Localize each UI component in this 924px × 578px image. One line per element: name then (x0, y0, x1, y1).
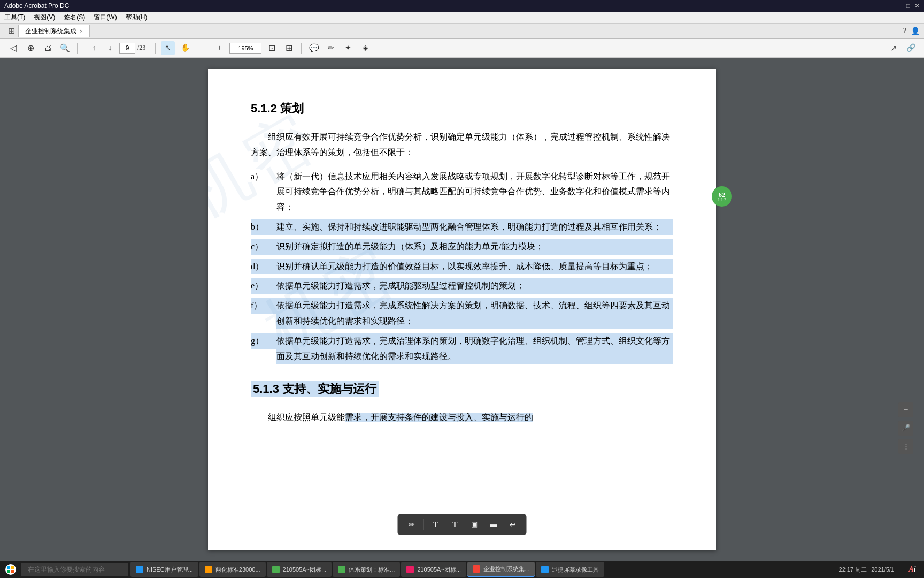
menu-tools[interactable]: 工具(T) (4, 13, 25, 22)
zoom-in-button[interactable]: + (212, 41, 226, 55)
print-button[interactable]: 🖨 (41, 41, 55, 55)
tab-document[interactable]: 企业控制系统集成 × (18, 25, 90, 37)
minus-float-icon[interactable]: − (898, 402, 913, 417)
home-tool-button[interactable]: ⊕ (24, 41, 37, 55)
pdf-content: 5.1.2 策划 组织应有效开展可持续竞争合作优势分析，识别确定单元级能力（体系… (251, 101, 673, 425)
list-item-c: c） 识别并确定拟打造的单元级能力（体系）及相应的能力单元/能力模块； (251, 239, 673, 255)
right-float-icons: − 🎤 ⋮ (898, 402, 913, 454)
list-content-f: 依据单元级能力打造需求，完成系统性解决方案的策划，明确数据、技术、流程、组织等四… (276, 298, 673, 329)
stamp-button[interactable]: ◈ (358, 41, 372, 55)
tab-bar: ⊞ 企业控制系统集成 × ? 👤 (0, 24, 924, 39)
mic-float-icon[interactable]: 🎤 (898, 421, 913, 436)
menu-window[interactable]: 窗口(W) (94, 13, 117, 22)
a-letter: A (908, 565, 913, 574)
cursor-tool-button[interactable]: ↖ (161, 41, 175, 55)
list-label-d: d） (251, 259, 276, 275)
taskbar-app-nisec[interactable]: NISEC用户管理... (130, 562, 198, 577)
float-text-button[interactable]: T (428, 517, 443, 532)
list-label-b: b） (251, 219, 276, 235)
svg-rect-2 (7, 570, 10, 573)
list-label-g: g） (251, 333, 276, 349)
float-line-button[interactable]: ▬ (486, 517, 501, 532)
standards-icon (205, 566, 212, 573)
fit-page-button[interactable]: ⊡ (265, 41, 279, 55)
back-tool-button[interactable]: ◁ (6, 41, 20, 55)
list-item-a: a） 将（新一代）信息技术应用相关内容纳入发展战略或专项规划，开展数字化转型诊断… (251, 169, 673, 215)
maximize-button[interactable]: □ (906, 2, 910, 10)
svg-rect-0 (7, 566, 10, 569)
svg-rect-3 (11, 570, 14, 573)
highlight-button[interactable]: ✦ (341, 41, 355, 55)
ai-badge[interactable]: Ai (900, 561, 924, 578)
list-item-d: d） 识别并确认单元级能力打造的价值效益目标，以实现效率提升、成本降低、质量提高… (251, 259, 673, 275)
float-text-bold-button[interactable]: T (448, 517, 463, 532)
zoom-input[interactable] (229, 43, 261, 54)
section-513-intro: 组织应按照单元级能需求，开展支持条件的建设与投入、实施与运行的 (251, 410, 673, 425)
tab-left-icon[interactable]: ⊞ (4, 24, 18, 38)
intro-text: 组织应有效开展可持续竞争合作优势分析，识别确定单元级能力（体系），完成过程管控机… (251, 130, 673, 161)
taskbar-app-team1[interactable]: 210505A~团标... (267, 562, 332, 577)
search-button[interactable]: 🔍 (58, 41, 72, 55)
menu-view[interactable]: 视图(V) (34, 13, 55, 22)
list-item-b: b） 建立、实施、保持和持续改进职能驱动型两化融合管理体系，明确能力打造的过程及… (251, 219, 673, 235)
recorder-icon (541, 566, 549, 573)
menu-bar: 工具(T) 视图(V) 签名(S) 窗口(W) 帮助(H) (0, 12, 924, 24)
pdf-page: 机密 机密 5.1.2 策划 组织应有效开展可持续竞争合作优势分析，识别确定单元… (208, 69, 716, 550)
team1-label: 210505A~团标... (283, 566, 327, 574)
nisec-icon (136, 566, 143, 573)
start-button[interactable] (0, 561, 21, 578)
svg-rect-1 (11, 566, 14, 569)
section-513-highlighted: 需求，开展支持条件的建设与投入、实施与运行的 (345, 413, 533, 422)
list-label-f: f） (251, 298, 276, 314)
recorder-label: 迅捷屏幕录像工具 (552, 566, 599, 574)
more-float-icon[interactable]: ⋮ (898, 439, 913, 454)
circle-badge[interactable]: 62 1.1.2 (712, 186, 732, 207)
float-pen-button[interactable]: ✏ (404, 517, 419, 532)
comment-button[interactable]: 💬 (307, 41, 321, 55)
tab-close-button[interactable]: × (80, 28, 83, 34)
taskbar-app-tixi[interactable]: 体系策划：标准... (333, 562, 400, 577)
profile-icon[interactable]: 👤 (911, 26, 920, 35)
main-area: 机密 机密 5.1.2 策划 组织应有效开展可持续竞争合作优势分析，识别确定单元… (0, 58, 924, 561)
pdf-container: 机密 机密 5.1.2 策划 组织应有效开展可持续竞争合作优势分析，识别确定单元… (0, 58, 924, 561)
taskbar-apps: NISEC用户管理... 两化标准23000... 210505A~团标... … (128, 562, 833, 577)
page-number-input[interactable] (119, 43, 135, 54)
start-icon (5, 564, 16, 575)
pencil-button[interactable]: ✏ (324, 41, 338, 55)
list-item-e: e） 依据单元级能力打造需求，完成职能驱动型过程管控机制的策划； (251, 278, 673, 294)
taskbar-app-recorder[interactable]: 迅捷屏幕录像工具 (536, 562, 604, 577)
taskbar-search[interactable] (21, 563, 128, 576)
sys-time: 22:17 周二 (839, 566, 867, 574)
minimize-button[interactable]: — (896, 2, 902, 10)
separator-1 (77, 43, 78, 54)
circle-sub: 1.1.2 (718, 198, 726, 202)
list-item-f: f） 依据单元级能力打造需求，完成系统性解决方案的策划，明确数据、技术、流程、组… (251, 298, 673, 329)
separator-2 (155, 43, 156, 54)
list-content-c: 识别并确定拟打造的单元级能力（体系）及相应的能力单元/能力模块； (276, 239, 673, 255)
prev-page-button[interactable]: ↑ (87, 41, 101, 55)
zoom-out-button[interactable]: − (195, 41, 209, 55)
float-square-button[interactable]: ▣ (467, 517, 482, 532)
tab-label: 企业控制系统集成 (25, 27, 76, 36)
float-undo-button[interactable]: ↩ (505, 517, 520, 532)
share-button[interactable]: ↗ (887, 41, 900, 55)
hand-tool-button[interactable]: ✋ (178, 41, 192, 55)
next-page-button[interactable]: ↓ (103, 41, 117, 55)
fit-width-button[interactable]: ⊞ (282, 41, 296, 55)
standards-label: 两化标准23000... (215, 566, 260, 574)
link-button[interactable]: 🔗 (904, 41, 918, 55)
close-button[interactable]: ✕ (914, 2, 920, 10)
separator-3 (301, 43, 302, 54)
help-icon[interactable]: ? (903, 26, 906, 35)
taskbar-app-team2[interactable]: 210505A~团标... (401, 562, 466, 577)
taskbar-app-enterprise[interactable]: 企业控制系统集... (467, 562, 535, 577)
list-content-a: 将（新一代）信息技术应用相关内容纳入发展战略或专项规划，开展数字化转型诊断对标等… (276, 169, 673, 215)
team2-icon (406, 566, 414, 573)
title-text: Adobe Acrobat Pro DC (4, 2, 69, 10)
list-label-a: a） (251, 169, 276, 185)
menu-sign[interactable]: 签名(S) (64, 13, 85, 22)
tab-right-icons: ? 👤 (903, 26, 920, 35)
menu-help[interactable]: 帮助(H) (126, 13, 148, 22)
taskbar-app-standards[interactable]: 两化标准23000... (199, 562, 266, 577)
list-content-b: 建立、实施、保持和持续改进职能驱动型两化融合管理体系，明确能力打造的过程及其相互… (276, 219, 673, 235)
